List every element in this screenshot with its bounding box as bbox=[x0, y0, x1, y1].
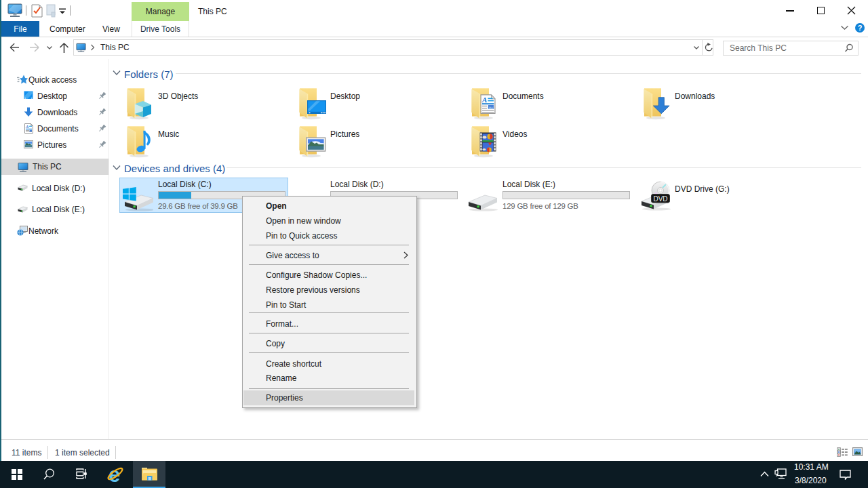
svg-text:DVD: DVD bbox=[653, 195, 667, 203]
svg-text:A: A bbox=[25, 124, 29, 129]
svg-text:A: A bbox=[481, 96, 487, 104]
